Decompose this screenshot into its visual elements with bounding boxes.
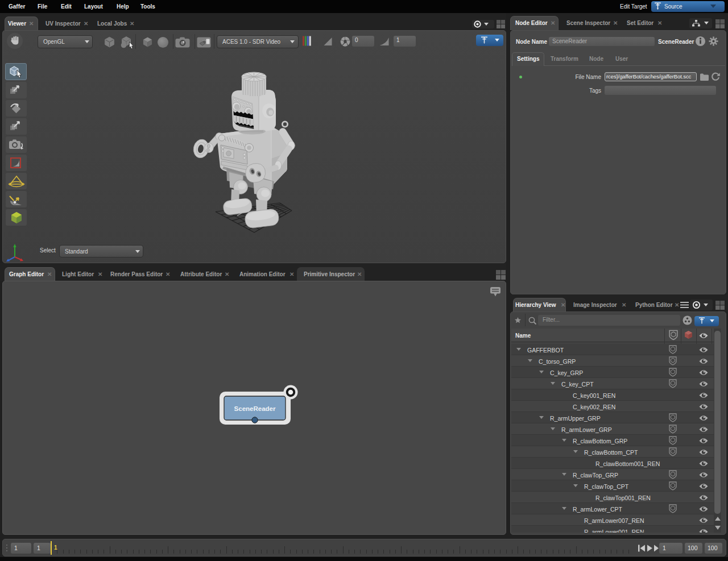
svg-text:SceneReader: SceneReader [234, 405, 276, 412]
